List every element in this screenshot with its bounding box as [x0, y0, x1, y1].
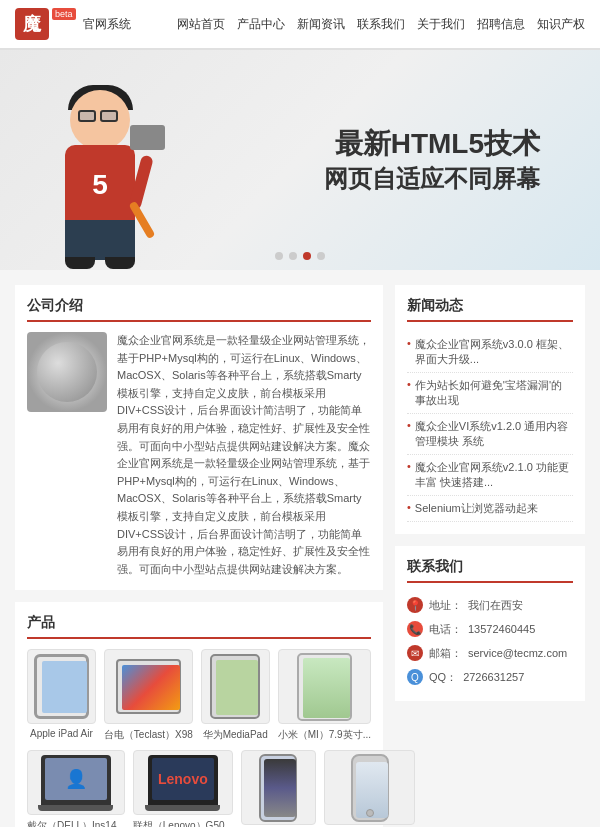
news-item-1[interactable]: 魔众企业官网系统v3.0.0 框架、界面大升级... — [407, 332, 573, 373]
news-link-1[interactable]: 魔众企业官网系统v3.0.0 框架、界面大升级... — [415, 337, 573, 367]
mediapad-screen — [216, 660, 258, 715]
banner-mascot: 5 — [20, 70, 180, 270]
dot-2[interactable] — [289, 252, 297, 260]
nav-ip[interactable]: 知识产权 — [537, 16, 585, 33]
product-xiaomi-name: 小米（MI）7.9英寸... — [278, 728, 371, 742]
right-column: 新闻动态 魔众企业官网系统v3.0.0 框架、界面大升级... 作为站长如何避免… — [395, 285, 585, 827]
iphone-shape — [351, 754, 389, 822]
dell-base — [38, 805, 113, 811]
main-nav: 网站首页 产品中心 新闻资讯 联系我们 关于我们 招聘信息 知识产权 — [177, 16, 585, 33]
lenovo-logo: Lenovo — [158, 771, 208, 787]
contact-list: 📍 地址： 我们在西安 📞 电话： 13572460445 ✉ 邮箱： serv… — [407, 593, 573, 689]
logo-area: 魔 beta 官网系统 — [15, 8, 131, 40]
logo-sub: 官网系统 — [83, 17, 131, 31]
main-content: 公司介绍 魔众企业官网系统是一款轻量级企业网站管理系统，基于PHP+Mysql构… — [0, 270, 600, 827]
product-lenovo-name: 联想（Lenovo）G50... — [133, 819, 233, 827]
news-link-4[interactable]: 魔众企业官网系统v2.1.0 功能更丰富 快速搭建... — [415, 460, 573, 490]
product-ipad[interactable]: Apple iPad Air — [27, 649, 96, 742]
logo-text: 官网系统 — [83, 16, 131, 33]
mascot-shoes-right — [105, 257, 135, 269]
left-column: 公司介绍 魔众企业官网系统是一款轻量级企业网站管理系统，基于PHP+Mysql构… — [15, 285, 383, 827]
email-icon: ✉ — [407, 645, 423, 661]
products-grid-row1: Apple iPad Air 台电（Teclast）X98 — [27, 649, 371, 742]
xiaomi-shape — [297, 653, 352, 721]
company-intro-body: 魔众企业官网系统是一款轻量级企业网站管理系统，基于PHP+Mysql构的，可运行… — [27, 332, 371, 578]
contact-qq: Q QQ： 2726631257 — [407, 665, 573, 689]
contact-phone: 📞 电话： 13572460445 — [407, 617, 573, 641]
contact-email: ✉ 邮箱： service@tecmz.com — [407, 641, 573, 665]
product-lenovo[interactable]: Lenovo 联想（Lenovo）G50... — [133, 750, 233, 827]
product-xiaomi-image — [278, 649, 371, 724]
contact-email-label: 邮箱： — [429, 646, 462, 661]
ipad-screen — [42, 661, 87, 713]
product-ipad-name: Apple iPad Air — [27, 728, 96, 739]
mascot-pants — [65, 220, 135, 260]
iphone-home-button — [366, 809, 374, 817]
company-intro-section: 公司介绍 魔众企业官网系统是一款轻量级企业网站管理系统，基于PHP+Mysql构… — [15, 285, 383, 590]
mascot-head — [70, 90, 130, 150]
product-samsung[interactable]: 三星GALAXY S6 — [241, 750, 316, 827]
nav-contact[interactable]: 联系我们 — [357, 16, 405, 33]
dell-people-icon: 👤 — [65, 768, 87, 790]
nav-about[interactable]: 关于我们 — [417, 16, 465, 33]
contact-location-value: 我们在西安 — [468, 598, 523, 613]
contact-location: 📍 地址： 我们在西安 — [407, 593, 573, 617]
contact-location-label: 地址： — [429, 598, 462, 613]
product-mediapad[interactable]: 华为MediaPad — [201, 649, 270, 742]
contact-title: 联系我们 — [407, 558, 573, 583]
news-section: 新闻动态 魔众企业官网系统v3.0.0 框架、界面大升级... 作为站长如何避免… — [395, 285, 585, 534]
news-link-2[interactable]: 作为站长如何避免'宝塔漏洞'的事故出现 — [415, 378, 573, 408]
news-link-5[interactable]: Selenium让浏览器动起来 — [415, 501, 538, 516]
banner-title1: 最新HTML5技术 — [324, 125, 540, 163]
ipad-shape — [34, 654, 89, 719]
product-dell-image: 👤 — [27, 750, 125, 815]
news-item-3[interactable]: 魔众企业VI系统v1.2.0 通用内容管理模块 系统 — [407, 414, 573, 455]
lenovo-base — [145, 805, 220, 811]
mascot-shoes-left — [65, 257, 95, 269]
banner-title2: 网页自适应不同屏幕 — [324, 163, 540, 195]
product-mediapad-name: 华为MediaPad — [201, 728, 270, 742]
company-intro-image — [27, 332, 107, 412]
news-list: 魔众企业官网系统v3.0.0 框架、界面大升级... 作为站长如何避免'宝塔漏洞… — [407, 332, 573, 522]
contact-qq-label: QQ： — [429, 670, 457, 685]
news-title: 新闻动态 — [407, 297, 573, 322]
dell-shape: 👤 — [38, 755, 113, 811]
lenovo-screen-wrapper: Lenovo — [148, 755, 218, 805]
product-dell[interactable]: 👤 戴尔（DELL）Ins14... — [27, 750, 125, 827]
samsung-shape — [259, 754, 297, 822]
news-link-3[interactable]: 魔众企业VI系统v1.2.0 通用内容管理模块 系统 — [415, 419, 573, 449]
xiaomi-screen — [303, 658, 350, 718]
banner-dots — [275, 252, 325, 260]
header: 魔 beta 官网系统 网站首页 产品中心 新闻资讯 联系我们 关于我们 招聘信… — [0, 0, 600, 50]
nav-home[interactable]: 网站首页 — [177, 16, 225, 33]
nav-jobs[interactable]: 招聘信息 — [477, 16, 525, 33]
mascot-body: 5 — [65, 145, 135, 225]
product-dell-name: 戴尔（DELL）Ins14... — [27, 819, 125, 827]
dell-screen: 👤 — [45, 758, 107, 800]
nav-products[interactable]: 产品中心 — [237, 16, 285, 33]
news-item-2[interactable]: 作为站长如何避免'宝塔漏洞'的事故出现 — [407, 373, 573, 414]
phone-icon: 📞 — [407, 621, 423, 637]
product-samsung-image — [241, 750, 316, 825]
dell-screen-wrapper: 👤 — [41, 755, 111, 805]
dot-1[interactable] — [275, 252, 283, 260]
nav-news[interactable]: 新闻资讯 — [297, 16, 345, 33]
news-item-4[interactable]: 魔众企业官网系统v2.1.0 功能更丰富 快速搭建... — [407, 455, 573, 496]
products-grid-row2: 👤 戴尔（DELL）Ins14... Lenovo — [27, 750, 371, 827]
samsung-screen — [264, 759, 296, 817]
company-intro-text: 魔众企业官网系统是一款轻量级企业网站管理系统，基于PHP+Mysql构的，可运行… — [117, 332, 371, 578]
product-teclast-name: 台电（Teclast）X98 — [104, 728, 193, 742]
qq-icon: Q — [407, 669, 423, 685]
banner: 5 最新HTML5技术 网页自适应不同屏幕 — [0, 50, 600, 270]
teclast-shape — [116, 659, 181, 714]
products-title: 产品 — [27, 614, 371, 639]
mascot-laptop — [130, 125, 165, 150]
product-ipad-image — [27, 649, 96, 724]
product-teclast[interactable]: 台电（Teclast）X98 — [104, 649, 193, 742]
globe-icon — [37, 342, 97, 402]
dot-3[interactable] — [303, 252, 311, 260]
news-item-5[interactable]: Selenium让浏览器动起来 — [407, 496, 573, 522]
product-xiaomi[interactable]: 小米（MI）7.9英寸... — [278, 649, 371, 742]
products-section: 产品 Apple iPad Air — [15, 602, 383, 827]
dot-4[interactable] — [317, 252, 325, 260]
